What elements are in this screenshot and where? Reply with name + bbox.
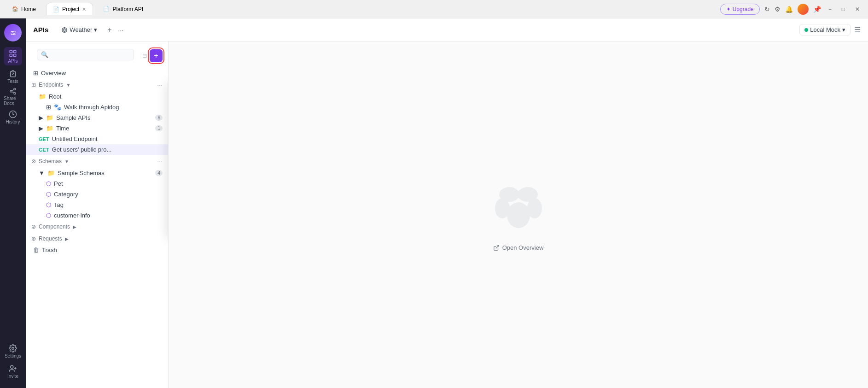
- maximize-button[interactable]: □: [839, 5, 848, 13]
- components-section[interactable]: ⊚ Components ▶: [26, 221, 168, 233]
- local-mock-label: Local Mock: [810, 26, 840, 33]
- overview-label: Overview: [41, 70, 163, 76]
- collection-dropdown-icon: ▾: [94, 26, 97, 33]
- category-schema-icon: ⬡: [46, 191, 51, 198]
- sidebar-bottom: Settings Invite: [4, 342, 22, 388]
- sample-apis-folder[interactable]: ▶ 📁 Sample APIs 6: [26, 112, 168, 123]
- tab-platform-label: Platform API: [112, 6, 143, 12]
- tab-project-label: Project: [62, 6, 79, 12]
- trash-item[interactable]: 🗑 Trash: [26, 245, 168, 255]
- close-button[interactable]: ✕: [852, 5, 862, 13]
- components-label: Components: [39, 223, 70, 230]
- schemas-icon: ⊗: [31, 158, 36, 165]
- open-overview-label: Open Overview: [502, 244, 544, 251]
- tab-project-close[interactable]: ✕: [82, 6, 86, 12]
- refresh-icon[interactable]: ↻: [764, 6, 770, 13]
- sample-apis-count: 6: [155, 115, 163, 121]
- pet-label: Pet: [54, 180, 163, 187]
- components-icon: ⊚: [31, 223, 36, 230]
- endpoints-menu[interactable]: ···: [157, 81, 163, 88]
- menu-new-schema[interactable]: New Schema: [168, 129, 169, 145]
- menu-new-markdown[interactable]: New Markdown: [168, 114, 169, 129]
- avatar[interactable]: ≋: [4, 24, 22, 41]
- components-chevron: ▶: [73, 224, 76, 229]
- schemas-section[interactable]: ⊗ Schemas ▼ ···: [26, 155, 168, 168]
- sidebar-item-settings[interactable]: Settings: [4, 342, 22, 360]
- local-mock-dot: [804, 28, 808, 32]
- add-collection-button[interactable]: +: [105, 25, 114, 35]
- sample-apis-label: Sample APIs: [56, 114, 152, 121]
- svg-point-11: [12, 347, 14, 349]
- share-docs-icon: [9, 88, 17, 95]
- tab-home[interactable]: 🏠 Home: [6, 3, 42, 15]
- sample-schemas-folder[interactable]: ▼ 📁 Sample Schemas 4: [26, 168, 168, 178]
- menu-import-curl[interactable]: Import cURL Ctrl + I: [168, 216, 169, 232]
- endpoints-label: Endpoints: [39, 82, 63, 88]
- tag-label: Tag: [54, 201, 163, 208]
- untitled-endpoint-item[interactable]: GET Untitled Endpoint: [26, 134, 168, 144]
- open-overview-button[interactable]: Open Overview: [493, 244, 544, 251]
- pet-item[interactable]: ⬡ Pet: [26, 178, 168, 189]
- sidebar-item-apis[interactable]: APIs: [4, 47, 22, 65]
- file-tree: 🔍 ⊟ + ⊞ Overview ⊞ Endpoints ▼ ···: [26, 41, 169, 388]
- local-mock-button[interactable]: Local Mock ▾: [799, 24, 851, 35]
- root-folder[interactable]: 📁 Root: [26, 91, 168, 102]
- sidebar-item-share-docs[interactable]: Share Docs: [4, 88, 22, 106]
- notifications-icon[interactable]: 🔔: [785, 6, 793, 13]
- invite-label: Invite: [7, 374, 18, 379]
- search-bar[interactable]: 🔍: [37, 49, 134, 60]
- category-label: Category: [54, 191, 163, 198]
- endpoints-chevron: ▼: [66, 82, 70, 88]
- minimize-button[interactable]: −: [826, 5, 834, 13]
- settings-icon[interactable]: ⚙: [775, 6, 781, 13]
- trash-icon: 🗑: [33, 247, 39, 253]
- svg-rect-3: [14, 54, 16, 56]
- collection-name: Weather: [70, 26, 92, 33]
- upgrade-button[interactable]: ✦ Upgrade: [720, 4, 759, 15]
- collection-selector[interactable]: Weather ▾: [58, 24, 101, 35]
- menu-new-websocket[interactable]: New WebSocket: [168, 165, 169, 181]
- hamburger-menu[interactable]: ☰: [854, 25, 861, 34]
- svg-point-6: [10, 90, 12, 92]
- history-icon: [9, 110, 17, 118]
- schemas-menu[interactable]: ···: [157, 158, 163, 165]
- folder4-icon: 📁: [47, 170, 55, 176]
- more-options-button[interactable]: ···: [118, 26, 124, 34]
- schemas-chevron: ▼: [64, 159, 69, 164]
- svg-point-5: [14, 88, 16, 90]
- overview-item[interactable]: ⊞ Overview: [26, 68, 168, 78]
- tag-schema-icon: ⬡: [46, 201, 51, 208]
- menu-import[interactable]: Import 🌐- Ctrl + O: [168, 200, 169, 216]
- menu-new-other-protocol[interactable]: New Other Protocol APIs ›: [168, 181, 169, 196]
- sidebar-item-invite[interactable]: Invite: [4, 362, 22, 381]
- menu-new-request[interactable]: New Request Ctrl + T: [168, 98, 169, 114]
- dropdown-menu: New Endpoint Ctrl + N New Request Ctrl +…: [168, 78, 169, 235]
- requests-section[interactable]: ⊕ Requests ▶: [26, 233, 168, 245]
- menu-new-endpoint-folder[interactable]: New Endpoint Folder: [168, 149, 169, 165]
- pin-icon[interactable]: 📌: [813, 6, 821, 13]
- search-input[interactable]: [51, 52, 130, 58]
- invite-icon: [9, 364, 17, 373]
- add-new-button[interactable]: +: [150, 49, 163, 62]
- get-users-item[interactable]: GET Get users' public pro...: [26, 144, 168, 155]
- category-item[interactable]: ⬡ Category: [26, 189, 168, 200]
- tag-item[interactable]: ⬡ Tag: [26, 200, 168, 210]
- tab-platform[interactable]: 📄 Platform API: [97, 3, 150, 15]
- apis-label: APIs: [8, 59, 17, 64]
- walk-through-item[interactable]: ⊞ 🐾 Walk through Apidog: [26, 102, 168, 112]
- avatar[interactable]: [798, 4, 809, 15]
- svg-line-31: [496, 245, 499, 248]
- tab-project[interactable]: 📄 Project ✕: [46, 3, 93, 15]
- time-folder[interactable]: ▶ 📁 Time 1: [26, 123, 168, 134]
- customer-info-item[interactable]: ⬡ customer-info: [26, 210, 168, 221]
- tests-label: Tests: [7, 79, 18, 84]
- avatar-initials: ≋: [10, 29, 16, 37]
- folder-icon: 📁: [39, 93, 46, 100]
- sidebar-item-history[interactable]: History: [4, 108, 22, 126]
- svg-point-12: [11, 365, 13, 368]
- endpoints-section[interactable]: ⊞ Endpoints ▼ ···: [26, 78, 168, 91]
- main-panel: APIs Weather ▾ + ··· Local Mock ▾ ☰: [26, 18, 868, 388]
- filter-icon[interactable]: ⊟: [142, 53, 147, 59]
- sidebar-item-tests[interactable]: Tests: [4, 67, 22, 86]
- get-users-label: Get users' public pro...: [52, 146, 163, 153]
